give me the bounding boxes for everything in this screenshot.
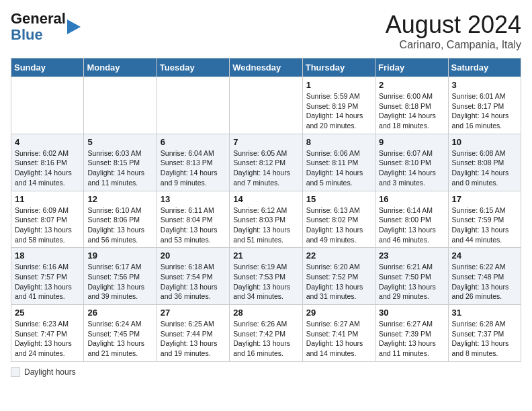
title-block: August 2024 Carinaro, Campania, Italy [386, 11, 521, 51]
calendar-cell [157, 77, 229, 134]
day-number: 21 [233, 250, 298, 261]
day-number: 2 [379, 80, 444, 90]
calendar-cell: 26Sunrise: 6:24 AM Sunset: 7:45 PM Dayli… [84, 305, 157, 362]
day-info: Sunrise: 6:25 AM Sunset: 7:44 PM Dayligh… [161, 319, 226, 359]
day-number: 3 [452, 80, 517, 90]
calendar-week-row: 1Sunrise: 5:59 AM Sunset: 8:19 PM Daylig… [11, 77, 521, 134]
calendar-cell: 20Sunrise: 6:18 AM Sunset: 7:54 PM Dayli… [157, 248, 229, 305]
calendar-cell: 4Sunrise: 6:02 AM Sunset: 8:16 PM Daylig… [11, 134, 84, 191]
day-number: 18 [15, 250, 80, 261]
calendar-cell [11, 77, 84, 134]
calendar-cell [84, 77, 157, 134]
day-number: 19 [87, 250, 152, 261]
day-info: Sunrise: 6:06 AM Sunset: 8:11 PM Dayligh… [306, 148, 371, 188]
day-number: 11 [15, 194, 80, 204]
day-info: Sunrise: 6:23 AM Sunset: 7:47 PM Dayligh… [15, 319, 80, 359]
calendar-cell: 1Sunrise: 5:59 AM Sunset: 8:19 PM Daylig… [302, 77, 375, 134]
day-info: Sunrise: 6:27 AM Sunset: 7:41 PM Dayligh… [306, 319, 371, 359]
day-info: Sunrise: 6:08 AM Sunset: 8:08 PM Dayligh… [452, 148, 517, 188]
calendar-cell: 27Sunrise: 6:25 AM Sunset: 7:44 PM Dayli… [157, 305, 229, 362]
svg-marker-0 [67, 19, 81, 34]
day-info: Sunrise: 6:11 AM Sunset: 8:04 PM Dayligh… [161, 205, 226, 245]
calendar-cell: 2Sunrise: 6:00 AM Sunset: 8:18 PM Daylig… [375, 77, 448, 134]
day-number: 16 [379, 194, 444, 204]
column-header-thursday: Thursday [302, 58, 375, 77]
calendar-footer: Daylight hours [11, 367, 521, 377]
day-number: 8 [306, 137, 371, 147]
calendar-cell: 31Sunrise: 6:28 AM Sunset: 7:37 PM Dayli… [448, 305, 521, 362]
day-number: 26 [87, 308, 152, 318]
day-number: 5 [87, 137, 152, 147]
calendar-cell: 16Sunrise: 6:14 AM Sunset: 8:00 PM Dayli… [375, 191, 448, 248]
day-number: 28 [233, 308, 298, 318]
day-info: Sunrise: 6:10 AM Sunset: 8:06 PM Dayligh… [87, 205, 152, 245]
day-info: Sunrise: 6:21 AM Sunset: 7:50 PM Dayligh… [379, 262, 444, 302]
logo-general: General [11, 10, 66, 27]
calendar-cell: 11Sunrise: 6:09 AM Sunset: 8:07 PM Dayli… [11, 191, 84, 248]
column-header-wednesday: Wednesday [230, 58, 302, 77]
calendar-cell: 18Sunrise: 6:16 AM Sunset: 7:57 PM Dayli… [11, 248, 84, 305]
day-number: 1 [306, 80, 371, 90]
calendar-cell: 9Sunrise: 6:07 AM Sunset: 8:10 PM Daylig… [375, 134, 448, 191]
page-header: General Blue August 2024 Carinaro, Campa… [11, 11, 521, 51]
calendar-cell: 15Sunrise: 6:13 AM Sunset: 8:02 PM Dayli… [302, 191, 375, 248]
daylight-label: Daylight hours [24, 367, 76, 377]
calendar-cell: 22Sunrise: 6:20 AM Sunset: 7:52 PM Dayli… [302, 248, 375, 305]
day-number: 30 [379, 308, 444, 318]
day-number: 4 [15, 137, 80, 147]
calendar-cell: 3Sunrise: 6:01 AM Sunset: 8:17 PM Daylig… [448, 77, 521, 134]
day-number: 29 [306, 308, 371, 318]
day-number: 27 [161, 308, 226, 318]
day-number: 7 [233, 137, 298, 147]
day-number: 13 [161, 194, 226, 204]
day-number: 24 [452, 250, 517, 261]
day-number: 23 [379, 250, 444, 261]
calendar-cell: 28Sunrise: 6:26 AM Sunset: 7:42 PM Dayli… [230, 305, 302, 362]
day-info: Sunrise: 6:00 AM Sunset: 8:18 PM Dayligh… [379, 91, 444, 131]
column-header-sunday: Sunday [11, 58, 84, 77]
logo-arrow-icon [67, 19, 81, 34]
day-number: 6 [161, 137, 226, 147]
column-header-friday: Friday [375, 58, 448, 77]
day-number: 9 [379, 137, 444, 147]
day-number: 20 [161, 250, 226, 261]
day-number: 17 [452, 194, 517, 204]
column-header-monday: Monday [84, 58, 157, 77]
day-number: 31 [452, 308, 517, 318]
day-info: Sunrise: 6:05 AM Sunset: 8:12 PM Dayligh… [233, 148, 298, 188]
calendar-week-row: 4Sunrise: 6:02 AM Sunset: 8:16 PM Daylig… [11, 134, 521, 191]
day-info: Sunrise: 6:15 AM Sunset: 7:59 PM Dayligh… [452, 205, 517, 245]
day-info: Sunrise: 6:01 AM Sunset: 8:17 PM Dayligh… [452, 91, 517, 131]
logo-blue: Blue [11, 27, 66, 43]
day-info: Sunrise: 6:22 AM Sunset: 7:48 PM Dayligh… [452, 262, 517, 302]
day-info: Sunrise: 6:16 AM Sunset: 7:57 PM Dayligh… [15, 262, 80, 302]
day-number: 10 [452, 137, 517, 147]
daylight-color-box [11, 367, 20, 377]
day-info: Sunrise: 6:24 AM Sunset: 7:45 PM Dayligh… [87, 319, 152, 359]
calendar-week-row: 25Sunrise: 6:23 AM Sunset: 7:47 PM Dayli… [11, 305, 521, 362]
calendar-week-row: 18Sunrise: 6:16 AM Sunset: 7:57 PM Dayli… [11, 248, 521, 305]
calendar-table: SundayMondayTuesdayWednesdayThursdayFrid… [11, 58, 521, 362]
day-info: Sunrise: 6:13 AM Sunset: 8:02 PM Dayligh… [306, 205, 371, 245]
calendar-cell: 14Sunrise: 6:12 AM Sunset: 8:03 PM Dayli… [230, 191, 302, 248]
calendar-cell [230, 77, 302, 134]
calendar-cell: 24Sunrise: 6:22 AM Sunset: 7:48 PM Dayli… [448, 248, 521, 305]
day-info: Sunrise: 6:18 AM Sunset: 7:54 PM Dayligh… [161, 262, 226, 302]
day-info: Sunrise: 5:59 AM Sunset: 8:19 PM Dayligh… [306, 91, 371, 131]
calendar-cell: 21Sunrise: 6:19 AM Sunset: 7:53 PM Dayli… [230, 248, 302, 305]
day-info: Sunrise: 6:17 AM Sunset: 7:56 PM Dayligh… [87, 262, 152, 302]
calendar-cell: 13Sunrise: 6:11 AM Sunset: 8:04 PM Dayli… [157, 191, 229, 248]
calendar-cell: 10Sunrise: 6:08 AM Sunset: 8:08 PM Dayli… [448, 134, 521, 191]
page-subtitle: Carinaro, Campania, Italy [386, 39, 521, 51]
day-number: 25 [15, 308, 80, 318]
calendar-cell: 6Sunrise: 6:04 AM Sunset: 8:13 PM Daylig… [157, 134, 229, 191]
logo: General Blue [11, 11, 81, 43]
calendar-cell: 12Sunrise: 6:10 AM Sunset: 8:06 PM Dayli… [84, 191, 157, 248]
day-info: Sunrise: 6:12 AM Sunset: 8:03 PM Dayligh… [233, 205, 298, 245]
day-info: Sunrise: 6:19 AM Sunset: 7:53 PM Dayligh… [233, 262, 298, 302]
day-info: Sunrise: 6:28 AM Sunset: 7:37 PM Dayligh… [452, 319, 517, 359]
day-info: Sunrise: 6:07 AM Sunset: 8:10 PM Dayligh… [379, 148, 444, 188]
day-info: Sunrise: 6:04 AM Sunset: 8:13 PM Dayligh… [161, 148, 226, 188]
day-number: 12 [87, 194, 152, 204]
day-info: Sunrise: 6:20 AM Sunset: 7:52 PM Dayligh… [306, 262, 371, 302]
